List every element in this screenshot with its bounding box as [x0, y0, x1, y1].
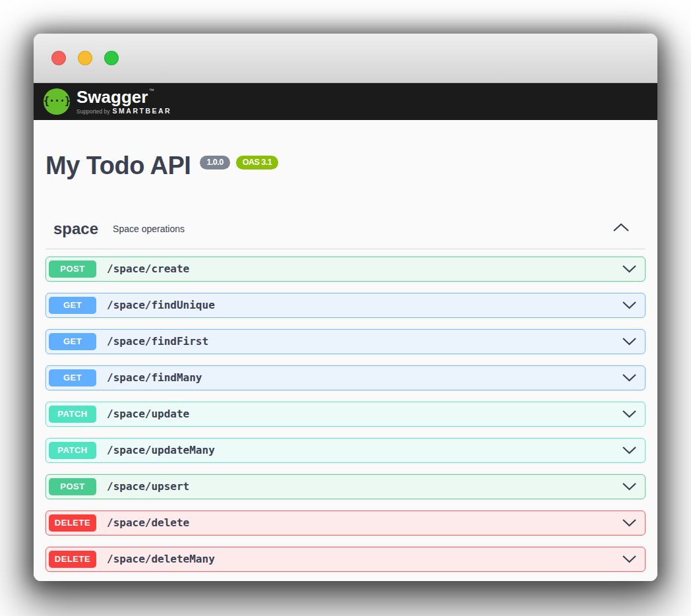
method-badge: PATCH	[49, 442, 96, 459]
braces-glyph: {···}	[44, 95, 70, 107]
method-badge: PATCH	[49, 406, 96, 423]
operation-path: /space/delete	[107, 516, 189, 529]
chevron-up-icon[interactable]	[613, 222, 630, 232]
brand-name: Swagger™	[76, 88, 171, 106]
tag-name: space	[53, 220, 98, 238]
method-badge: POST	[49, 478, 96, 495]
brand-subtitle: Supported bySMARTBEAR	[76, 108, 171, 115]
trademark-mark: ™	[148, 88, 154, 94]
api-title-text: My Todo API	[45, 153, 191, 179]
chevron-down-icon[interactable]	[622, 410, 637, 418]
method-badge: POST	[49, 261, 96, 278]
chevron-down-icon[interactable]	[622, 264, 637, 273]
operation-row[interactable]: GET /space/findUnique	[45, 293, 646, 318]
operation-row[interactable]: POST /space/upsert	[45, 474, 646, 499]
tag-description: Space operations	[113, 224, 185, 234]
operation-path: /space/findUnique	[107, 299, 215, 311]
title-badges: 1.0.0 OAS 3.1	[200, 156, 278, 169]
operation-path: /space/upsert	[107, 480, 189, 493]
smartbear-wordmark: SMARTBEAR	[113, 107, 172, 115]
operation-path: /space/updateMany	[107, 444, 215, 456]
window-titlebar	[34, 34, 657, 83]
brand-wordmark: Swagger	[76, 87, 148, 107]
chevron-down-icon[interactable]	[622, 518, 637, 527]
method-badge: DELETE	[49, 551, 96, 568]
brand-text: Swagger™ Supported bySMARTBEAR	[76, 88, 171, 115]
app-window: {···} Swagger™ Supported bySMARTBEAR My …	[34, 34, 657, 581]
section-divider	[45, 249, 646, 249]
close-button[interactable]	[51, 51, 66, 65]
chevron-down-icon[interactable]	[622, 337, 637, 346]
api-doc-content: My Todo API 1.0.0 OAS 3.1 space Space op…	[34, 120, 657, 581]
chevron-down-icon[interactable]	[622, 446, 637, 454]
supported-by-label: Supported by	[76, 108, 110, 115]
version-badge: 1.0.0	[200, 156, 229, 169]
method-badge: GET	[49, 297, 96, 314]
operation-row[interactable]: DELETE /space/deleteMany	[45, 547, 646, 572]
traffic-lights	[51, 51, 119, 65]
operation-row[interactable]: PATCH /space/updateMany	[45, 438, 646, 463]
operation-path: /space/create	[107, 262, 189, 275]
operation-path: /space/deleteMany	[107, 553, 215, 565]
swagger-logo-icon: {···}	[44, 88, 70, 115]
oas-badge: OAS 3.1	[236, 156, 278, 169]
method-badge: DELETE	[49, 514, 96, 532]
method-badge: GET	[49, 333, 96, 350]
page-title: My Todo API 1.0.0 OAS 3.1	[45, 153, 646, 179]
operation-row[interactable]: GET /space/findFirst	[45, 329, 646, 354]
operation-row[interactable]: PATCH /space/update	[45, 402, 646, 427]
chevron-down-icon[interactable]	[622, 555, 637, 563]
tag-section-header[interactable]: space Space operations	[45, 219, 646, 239]
chevron-down-icon[interactable]	[622, 373, 637, 382]
minimize-button[interactable]	[78, 51, 92, 65]
operation-row[interactable]: DELETE /space/delete	[45, 510, 646, 536]
method-badge: GET	[49, 369, 96, 386]
operation-path: /space/findMany	[107, 371, 202, 384]
operation-path: /space/update	[107, 408, 189, 420]
swagger-topbar: {···} Swagger™ Supported bySMARTBEAR	[34, 83, 657, 120]
operation-row[interactable]: GET /space/findMany	[45, 365, 646, 390]
swagger-logo-link[interactable]: {···} Swagger™ Supported bySMARTBEAR	[44, 88, 171, 115]
chevron-down-icon[interactable]	[622, 301, 637, 309]
operations-list: POST /space/create GET /space/findUnique…	[45, 257, 646, 572]
operation-row[interactable]: POST /space/create	[45, 257, 646, 282]
operation-path: /space/findFirst	[107, 335, 208, 348]
maximize-button[interactable]	[104, 51, 119, 65]
chevron-down-icon[interactable]	[622, 482, 637, 491]
